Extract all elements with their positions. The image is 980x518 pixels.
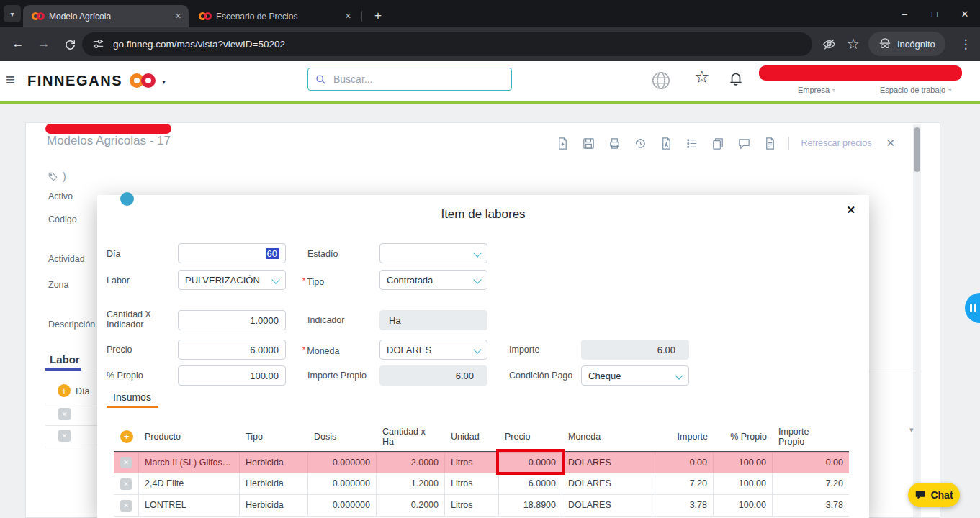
tipo-label: *Tipo <box>302 276 324 287</box>
reload-button[interactable] <box>59 33 81 55</box>
cell-precio: 6.0000 <box>499 473 562 494</box>
importe-propio-value: 6.00 <box>456 371 474 381</box>
workspace-selector[interactable]: Espacio de trabajo ▿ <box>880 86 951 94</box>
activo-toggle[interactable] <box>120 192 134 206</box>
cantidad-x-indicador-input[interactable]: 1.0000 <box>178 310 286 330</box>
refrescar-precios-link[interactable]: Refrescar precios <box>801 138 871 148</box>
header-accent-line <box>0 101 980 104</box>
report-button[interactable] <box>763 136 777 150</box>
cell-cantidad-x-ha: 1.2000 <box>377 473 445 494</box>
tab-escenario-de-precios[interactable]: Escenario de Precios ✕ <box>190 5 359 27</box>
maximize-button[interactable]: □ <box>920 0 950 27</box>
estadio-select[interactable] <box>379 243 487 263</box>
tipo-select[interactable]: Contratada <box>379 270 487 290</box>
cell-importe: 7.20 <box>655 473 714 494</box>
insumo-row[interactable]: ✕ LONTREL Herbicida 0.000000 0.2000 Litr… <box>114 495 849 517</box>
cell-importe: 0.00 <box>655 453 714 473</box>
chat-button[interactable]: Chat <box>908 483 960 507</box>
insumo-row[interactable]: ✕ 2,4D Elite Herbicida 0.000000 1.2000 L… <box>114 473 849 495</box>
chat-bubble-icon <box>914 489 926 501</box>
pct-propio-value: 100.00 <box>250 371 279 381</box>
hamburger-menu-button[interactable]: ≡ <box>6 70 15 90</box>
col-header-moneda: Moneda <box>562 422 655 451</box>
insumo-row[interactable]: ✕ March II (SL) Glifos… Herbicida 0.0000… <box>114 452 849 473</box>
labor-select[interactable]: PULVERIZACIÓN <box>178 270 286 290</box>
browser-toolbar: ← → go.finneg.com/mas/vista?viewID=50202… <box>0 27 980 61</box>
browser-kebab-menu[interactable]: ⋮ <box>955 33 976 55</box>
close-window-button[interactable]: ✕ <box>950 0 980 27</box>
incognito-badge[interactable]: Incógnito <box>868 32 945 56</box>
actividad-label: Actividad <box>48 254 85 264</box>
moneda-select[interactable]: DOLARES <box>379 340 487 360</box>
url-bar[interactable]: go.finneg.com/mas/vista?viewID=50202 <box>82 32 812 56</box>
add-insumo-button[interactable]: + <box>120 430 133 443</box>
browser-menu-button[interactable]: ▾ <box>4 5 21 22</box>
required-asterisk: * <box>302 276 305 285</box>
panel-toolbar: Refrescar precios ✕ <box>555 132 895 154</box>
close-tab-icon[interactable]: ✕ <box>345 12 351 21</box>
row-divider <box>45 447 99 447</box>
close-tab-icon[interactable]: ✕ <box>175 12 181 21</box>
delete-insumo-button[interactable]: ✕ <box>120 457 132 468</box>
comments-button[interactable] <box>737 136 751 150</box>
condicion-pago-select[interactable]: Cheque <box>581 365 689 386</box>
list-button[interactable] <box>685 136 699 150</box>
col-header-producto: Producto <box>139 422 240 451</box>
close-icon: ✕ <box>123 496 129 516</box>
scrollbar-thumb[interactable] <box>914 127 920 172</box>
importe-value: 6.00 <box>657 345 675 355</box>
estadio-label: Estadío <box>307 249 338 259</box>
star-icon: ☆ <box>694 67 710 87</box>
delete-insumo-button[interactable]: ✕ <box>120 500 132 512</box>
language-globe-button[interactable] <box>650 70 672 91</box>
back-button[interactable]: ← <box>7 33 29 55</box>
chevron-down-icon <box>473 345 481 353</box>
pct-propio-input[interactable]: 100.00 <box>178 365 286 386</box>
delete-row-button[interactable]: ✕ <box>58 408 71 420</box>
new-document-button[interactable] <box>555 136 570 150</box>
empresa-selector[interactable]: Empresa ▿ <box>798 86 835 94</box>
tab-modelo-agricola[interactable]: Modelo Agrícola ✕ <box>23 5 189 27</box>
notifications-button[interactable] <box>727 70 745 87</box>
finnegans-brand[interactable]: FINNEGANS ▾ <box>27 70 166 91</box>
copy-button[interactable] <box>711 136 725 150</box>
chevron-down-icon: ▾ <box>10 10 14 18</box>
precio-input[interactable]: 6.0000 <box>178 340 286 360</box>
tab-insumos[interactable]: Insumos <box>113 391 151 403</box>
delete-insumo-button[interactable]: ✕ <box>120 478 132 490</box>
search-input[interactable] <box>332 73 511 86</box>
finnegans-favicon <box>199 12 210 21</box>
tab-title: Escenario de Precios <box>216 12 345 22</box>
close-view-button[interactable]: ✕ <box>886 137 895 150</box>
dia-input[interactable]: 60 <box>178 243 286 263</box>
add-labor-row-button[interactable]: + <box>58 384 71 397</box>
new-tab-button[interactable]: + <box>369 6 387 25</box>
print-button[interactable] <box>607 136 621 150</box>
row-divider <box>45 404 99 404</box>
toolbar-divider <box>788 137 789 150</box>
side-panel-button[interactable] <box>965 293 980 323</box>
bookmark-star-button[interactable]: ☆ <box>842 33 864 55</box>
selected-text: 60 <box>266 248 279 259</box>
delete-row-button[interactable]: ✕ <box>58 430 71 442</box>
cell-dosis: 0.000000 <box>308 453 377 473</box>
zona-label: Zona <box>48 280 69 290</box>
save-button[interactable] <box>581 136 595 150</box>
favorites-button[interactable]: ☆ <box>694 67 710 87</box>
tab-labor[interactable]: Labor <box>50 353 80 365</box>
close-modal-button[interactable]: ✕ <box>846 204 855 217</box>
cell-unidad: Litros <box>445 453 499 473</box>
export-pdf-button[interactable] <box>659 136 673 150</box>
precio-label: Precio <box>107 345 132 355</box>
eye-off-button[interactable] <box>818 33 840 55</box>
cell-tipo: Herbicida <box>240 453 308 473</box>
incognito-icon <box>878 37 891 50</box>
col-header-cantidad-x-ha: Cantidad x Ha <box>377 422 445 451</box>
minimize-button[interactable]: – <box>889 0 920 27</box>
forward-button[interactable]: → <box>33 33 55 55</box>
scroll-down-icon[interactable]: ▾ <box>909 425 914 435</box>
indicador-label: Indicador <box>307 315 344 325</box>
history-button[interactable] <box>633 136 647 150</box>
tab-separator <box>361 11 362 22</box>
scrollbar-track[interactable] <box>913 124 921 517</box>
